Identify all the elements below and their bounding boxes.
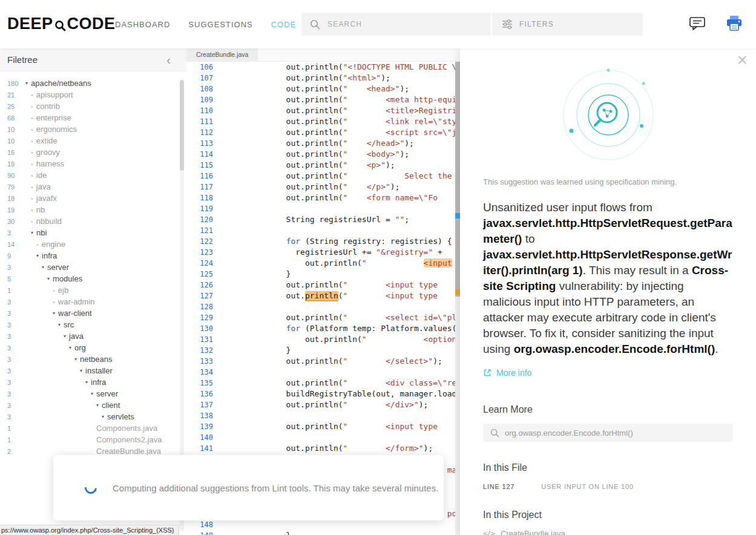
- tree-item-ejb[interactable]: 1•ejb: [0, 284, 178, 296]
- code-line-130: 130 for (Platform temp: Platform.values(: [186, 323, 455, 334]
- tree-item-client[interactable]: 3▾client: [0, 399, 178, 411]
- code-line-149: 149 }: [186, 530, 455, 535]
- tree-item-harness[interactable]: 19•harness: [0, 158, 178, 169]
- more-info-link[interactable]: More info: [483, 368, 733, 378]
- line-number: 123: [186, 247, 213, 258]
- code-scrollbar[interactable]: [455, 62, 460, 535]
- suggestion-count-badge: 14: [0, 241, 22, 248]
- filters-button[interactable]: FILTERS: [492, 13, 643, 36]
- caret-down-icon: ▾: [85, 379, 88, 385]
- line-number: 117: [186, 182, 213, 192]
- nav-item-suggestions[interactable]: SUGGESTIONS: [188, 20, 252, 29]
- tree-item-label: installer: [85, 366, 113, 375]
- code-line-108: 108 out.println(" <head>");: [186, 84, 455, 94]
- tree-item-label: server: [96, 389, 118, 398]
- suggestion-count-badge: 3: [0, 413, 22, 421]
- suggestion-count-badge: 3: [0, 402, 22, 409]
- code-line-106: 106 out.println("<!DOCTYPE HTML PUBLIC \: [186, 62, 455, 73]
- tree-item-label: Components2.java: [96, 435, 162, 444]
- filetree-scrollbar-thumb[interactable]: [180, 80, 184, 171]
- tree-item-server[interactable]: 3▾server: [0, 261, 178, 273]
- tree-item-ide[interactable]: 90•ide: [0, 169, 178, 181]
- tree-item-installer[interactable]: 3▾installer: [0, 365, 178, 376]
- tree-item-infra[interactable]: 9▾infra: [0, 250, 178, 261]
- bullet-icon: •: [31, 218, 33, 225]
- tree-item-servlets[interactable]: 3▾servlets: [0, 411, 178, 422]
- tree-item-engine[interactable]: 14•engine: [0, 238, 178, 250]
- tree-item-netbeans[interactable]: 3▾netbeans: [0, 353, 178, 365]
- nav-item-code[interactable]: CODE: [271, 20, 297, 29]
- filters-icon: [502, 19, 513, 29]
- tree-item-enterprise[interactable]: 68•enterprise: [0, 112, 178, 123]
- search-input[interactable]: [327, 20, 482, 28]
- line-number: 138: [186, 410, 213, 421]
- code-line-116: 116 out.println(" Select the: [186, 171, 455, 182]
- tree-item-label: nbbuild: [36, 217, 62, 226]
- code-line-109: 109 out.println(" <meta http-equi: [186, 94, 455, 105]
- tree-item-groovy[interactable]: 16•groovy: [0, 146, 178, 158]
- caret-down-icon: ▾: [42, 264, 44, 270]
- suggestion-count-badge: 3: [0, 367, 22, 375]
- filetree-title: Filetree: [7, 54, 38, 65]
- tree-item-apisupport[interactable]: 21•apisupport: [0, 89, 178, 100]
- close-icon[interactable]: ×: [737, 51, 748, 69]
- code-scrollbar-thumb[interactable]: [455, 62, 460, 297]
- suggestion-count-badge: 19: [0, 206, 22, 214]
- loading-spinner-icon: [82, 479, 99, 496]
- tree-item-label: netbeans: [80, 355, 113, 364]
- tree-item-label: ergonomics: [36, 125, 77, 134]
- tree-item-nbbuild[interactable]: 30•nbbuild: [0, 215, 178, 227]
- tree-item-nbi[interactable]: 3▾nbi: [0, 227, 178, 238]
- suggestion-count-badge: 79: [0, 183, 22, 191]
- tree-item-war-admin[interactable]: 3•war-admin: [0, 296, 178, 307]
- print-button[interactable]: [725, 15, 743, 35]
- tree-item-modules[interactable]: 5▾modules: [0, 273, 178, 284]
- line-number: 134: [186, 367, 213, 378]
- code-line-115: 115 out.println(" <p>");: [186, 160, 455, 171]
- caret-down-icon: ▾: [102, 414, 104, 419]
- tree-item-extide[interactable]: 10•extide: [0, 135, 178, 146]
- tree-item-apache/netbeans[interactable]: 180▾apache/netbeans: [0, 77, 178, 89]
- line-number: 109: [186, 94, 213, 105]
- tree-item-src[interactable]: 3▾src: [0, 319, 178, 330]
- tree-item-components2.java[interactable]: 1Components2.java: [0, 434, 178, 445]
- code-line-125: 125 }: [186, 269, 455, 280]
- feedback-comment-button[interactable]: [689, 16, 706, 34]
- search-box[interactable]: [301, 13, 491, 36]
- suggestion-count-badge: 18: [0, 195, 22, 202]
- line-number: 132: [186, 345, 213, 356]
- code-line-134: 134: [186, 367, 455, 378]
- tree-item-war-client[interactable]: 3▾war-client: [0, 307, 178, 319]
- tree-item-ergonomics[interactable]: 10•ergonomics: [0, 123, 178, 135]
- tab-createbundle-java[interactable]: CreateBundle.java: [186, 48, 258, 61]
- code-line-117: 117 out.println(" </p>");: [186, 182, 455, 192]
- editor-tabstrip: CreateBundle.java: [186, 48, 460, 62]
- tree-item-contrib[interactable]: 25•contrib: [0, 100, 178, 112]
- tree-item-label: nbi: [36, 228, 47, 237]
- bullet-icon: •: [31, 172, 33, 179]
- project-file-link[interactable]: </> CreateBundle.java: [483, 529, 733, 535]
- tree-item-server[interactable]: 3▾server: [0, 388, 178, 399]
- tree-item-javafx[interactable]: 18•javafx: [0, 192, 178, 204]
- line-number: 136: [186, 389, 213, 399]
- bullet-icon: •: [31, 183, 33, 191]
- learn-more-search[interactable]: org.owasp.encoder.Encode.forHtml(): [483, 424, 733, 442]
- tree-item-org[interactable]: 3▾org: [0, 342, 178, 353]
- tree-item-label: enterprise: [36, 113, 71, 122]
- bullet-icon: •: [31, 137, 33, 145]
- tree-item-label: nb: [36, 205, 45, 214]
- caret-down-icon: ▾: [58, 322, 61, 327]
- collapse-sidebar-chevron-icon[interactable]: ‹: [166, 54, 171, 66]
- tree-item-components.java[interactable]: 1Components.java: [0, 422, 178, 434]
- suggestion-count-badge: 10: [0, 126, 22, 133]
- line-127-link[interactable]: LINE 127: [483, 483, 514, 490]
- tree-item-java[interactable]: 79•java: [0, 181, 178, 192]
- line-number: 122: [186, 236, 213, 247]
- nav-item-dashboard[interactable]: DASHBOARD: [115, 20, 170, 29]
- tree-item-nb[interactable]: 19•nb: [0, 204, 178, 215]
- code-line-120: 120 String registriesUrl = "";: [186, 214, 455, 225]
- more-info-label: More info: [496, 368, 531, 378]
- tree-item-java[interactable]: 3▾java: [0, 330, 178, 342]
- tree-item-label: javafx: [36, 194, 57, 203]
- tree-item-infra[interactable]: 3▾infra: [0, 376, 178, 388]
